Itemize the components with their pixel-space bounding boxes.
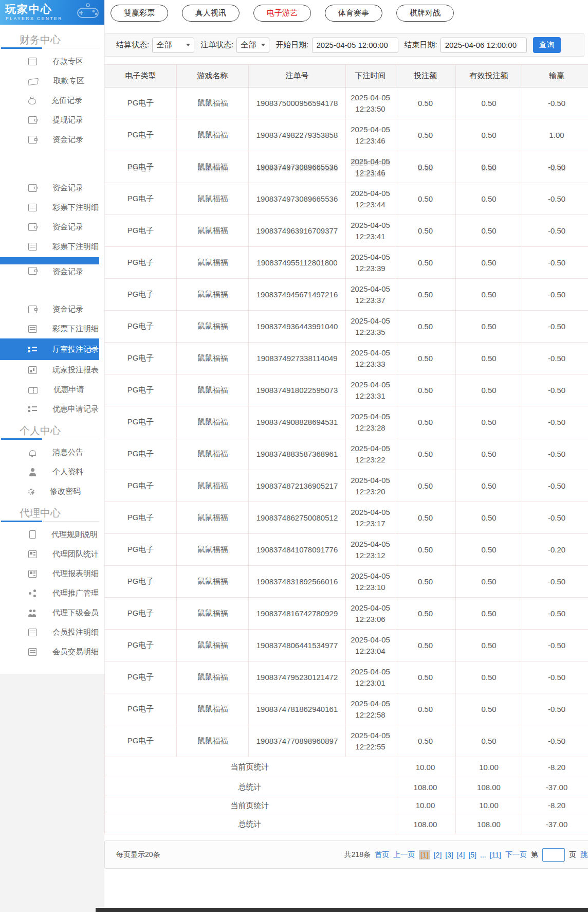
table-row[interactable]: PG电子 鼠鼠福福 1908375000956594178 2025-04-05… — [105, 87, 588, 119]
game-type-cell: PG电子 — [105, 119, 177, 151]
sidebar-item[interactable]: 彩票下注明细 — [0, 319, 104, 338]
sidebar-item[interactable]: 优惠申请 — [0, 380, 104, 399]
order-status-select[interactable]: 全部 — [236, 38, 269, 53]
sidebar-item[interactable]: 代理中心 — [0, 501, 104, 525]
sidebar-item[interactable]: 资金记录 — [0, 217, 104, 237]
sidebar-item-icon — [28, 243, 37, 251]
sidebar-item-label: 代理下级会员 — [52, 608, 99, 618]
table-row[interactable]: PG电子 鼠鼠福福 1908374831892566016 2025-04-05… — [105, 566, 588, 598]
sidebar-item[interactable] — [0, 257, 99, 264]
settle-status-value: 全部 — [156, 40, 172, 50]
page-link[interactable]: [2] — [434, 851, 442, 859]
table-row[interactable]: PG电子 鼠鼠福福 1908374872136905217 2025-04-05… — [105, 470, 588, 502]
table-row[interactable]: PG电子 鼠鼠福福 1908374862750080512 2025-04-05… — [105, 502, 588, 534]
table-row[interactable]: PG电子 鼠鼠福福 1908374955112801800 2025-04-05… — [105, 247, 588, 279]
table-row[interactable]: PG电子 鼠鼠福福 1908374781862940161 2025-04-05… — [105, 693, 588, 725]
sidebar-item[interactable]: 代理下级会员 — [0, 603, 104, 622]
game-type-cell: PG电子 — [105, 343, 177, 374]
category-tab[interactable]: 体育赛事 — [325, 5, 382, 22]
table-row[interactable]: PG电子 鼠鼠福福 1908374963916709377 2025-04-05… — [105, 215, 588, 247]
sidebar-item[interactable]: 充值记录 — [0, 91, 104, 110]
sidebar-item[interactable]: 个人资料 — [0, 462, 104, 481]
win-loss-cell: -0.50 — [522, 279, 588, 311]
bet-time: 12:23:33 — [347, 359, 394, 370]
sidebar-item[interactable]: 玩家投注报表 — [0, 360, 104, 380]
category-tab[interactable]: 棋牌对战 — [396, 5, 454, 22]
sidebar-item[interactable]: 消息公告 — [0, 442, 104, 462]
game-type-cell: PG电子 — [105, 630, 177, 661]
sidebar-item[interactable] — [0, 149, 104, 178]
page-jump-input[interactable] — [542, 848, 565, 862]
next-page-link[interactable]: 下一页 — [505, 850, 527, 860]
page-link[interactable]: [3] — [445, 851, 453, 859]
bet-no-cell: 1908374872136905217 — [249, 470, 346, 502]
bet-date: 2025-04-05 — [347, 602, 394, 614]
sidebar-item[interactable]: 彩票下注明细 — [0, 198, 104, 217]
page-link[interactable]: [1] — [419, 850, 430, 860]
chevron-down-icon — [186, 44, 190, 46]
page-link[interactable]: [5] — [468, 851, 476, 859]
table-row[interactable]: PG电子 鼠鼠福福 1908374973089665536 2025-04-05… — [105, 183, 588, 215]
sidebar-item[interactable]: 存款专区 — [0, 51, 104, 71]
sidebar-item[interactable]: 代理团队统计 — [0, 544, 104, 564]
page-link[interactable]: [11] — [490, 851, 501, 859]
sidebar-item[interactable]: 会员投注明细 — [0, 622, 104, 642]
bet-time: 12:22:55 — [347, 741, 394, 753]
table-row[interactable]: PG电子 鼠鼠福福 1908374936443991040 2025-04-05… — [105, 311, 588, 343]
bet-no-cell: 1908374770898960897 — [249, 725, 346, 757]
table-row[interactable]: PG电子 鼠鼠福福 1908374945671497216 2025-04-05… — [105, 279, 588, 311]
sidebar-item[interactable]: 优惠申请记录 — [0, 399, 104, 419]
bet-date: 2025-04-05 — [347, 124, 394, 135]
bet-time-cell: 2025-04-05 12:23:46 — [346, 151, 395, 183]
end-date-input[interactable] — [440, 38, 527, 53]
table-row[interactable]: PG电子 鼠鼠福福 1908374816742780929 2025-04-05… — [105, 598, 588, 630]
column-header: 下注时间 — [346, 65, 395, 87]
sidebar-item[interactable]: 代理推广管理 — [0, 583, 104, 603]
sidebar-item[interactable]: 提现记录 — [0, 110, 104, 130]
bet-amount-cell: 0.50 — [395, 438, 456, 470]
settle-status-select[interactable]: 全部 — [152, 38, 194, 53]
sidebar-item[interactable]: 取款专区 — [0, 71, 104, 91]
sidebar-item-icon — [28, 570, 37, 578]
jump-button[interactable]: 跳转 — [580, 850, 588, 860]
bet-date: 2025-04-05 — [347, 283, 394, 295]
sidebar-item[interactable]: 修改密码 — [0, 481, 104, 501]
table-row[interactable]: PG电子 鼠鼠福福 1908374908828694531 2025-04-05… — [105, 406, 588, 438]
table-row[interactable]: PG电子 鼠鼠福福 1908374883587368961 2025-04-05… — [105, 438, 588, 470]
sidebar-item[interactable] — [0, 277, 104, 299]
table-row[interactable]: PG电子 鼠鼠福福 1908374918022595073 2025-04-05… — [105, 374, 588, 406]
page-link[interactable]: ... — [480, 851, 486, 859]
sidebar-item[interactable]: 厅室投注记录 › — [0, 338, 99, 360]
table-row[interactable]: PG电子 鼠鼠福福 1908374927338114049 2025-04-05… — [105, 343, 588, 374]
sidebar-item[interactable]: 资金记录 — [0, 265, 104, 277]
sidebar-item[interactable]: 资金记录 — [0, 130, 104, 149]
sidebar-item[interactable]: 代理规则说明 — [0, 525, 104, 544]
sidebar-item[interactable]: 个人中心 — [0, 419, 104, 442]
prev-page-link[interactable]: 上一页 — [393, 850, 415, 860]
category-tab[interactable]: 电子游艺 — [253, 5, 311, 22]
sidebar-item[interactable]: 彩票下注明细 — [0, 237, 104, 256]
bet-time: 12:23:06 — [347, 614, 394, 625]
sidebar-item-label: 优惠申请记录 — [52, 404, 99, 414]
search-button[interactable]: 查询 — [533, 37, 561, 53]
win-loss-cell: -0.50 — [522, 183, 588, 215]
category-tab[interactable]: 真人视讯 — [182, 5, 240, 22]
bet-amount-cell: 0.50 — [395, 119, 456, 151]
table-row[interactable]: PG电子 鼠鼠福福 1908374841078091776 2025-04-05… — [105, 534, 588, 566]
sidebar-item[interactable]: 会员交易明细 — [0, 642, 104, 661]
sidebar-item[interactable]: 资金记录 — [0, 178, 104, 198]
table-row[interactable]: PG电子 鼠鼠福福 1908374982279353858 2025-04-05… — [105, 119, 588, 151]
table-row[interactable]: PG电子 鼠鼠福福 1908374795230121472 2025-04-05… — [105, 661, 588, 693]
jump-suffix-label: 页 — [569, 850, 576, 860]
start-date-input[interactable] — [312, 38, 398, 53]
table-row[interactable]: PG电子 鼠鼠福福 1908374806441534977 2025-04-05… — [105, 630, 588, 661]
app-title: 玩家中心 — [5, 2, 52, 16]
sidebar-item[interactable]: 代理报表明细 — [0, 564, 104, 583]
table-row[interactable]: PG电子 鼠鼠福福 1908374770898960897 2025-04-05… — [105, 725, 588, 757]
table-row[interactable]: PG电子 鼠鼠福福 1908374973089665536 2025-04-05… — [105, 151, 588, 183]
first-page-link[interactable]: 首页 — [375, 850, 389, 860]
sidebar-item[interactable]: 财务中心 — [0, 28, 104, 51]
page-link[interactable]: [4] — [457, 851, 465, 859]
category-tab[interactable]: 雙赢彩票 — [111, 5, 168, 22]
sidebar-item[interactable]: 资金记录 — [0, 299, 104, 319]
